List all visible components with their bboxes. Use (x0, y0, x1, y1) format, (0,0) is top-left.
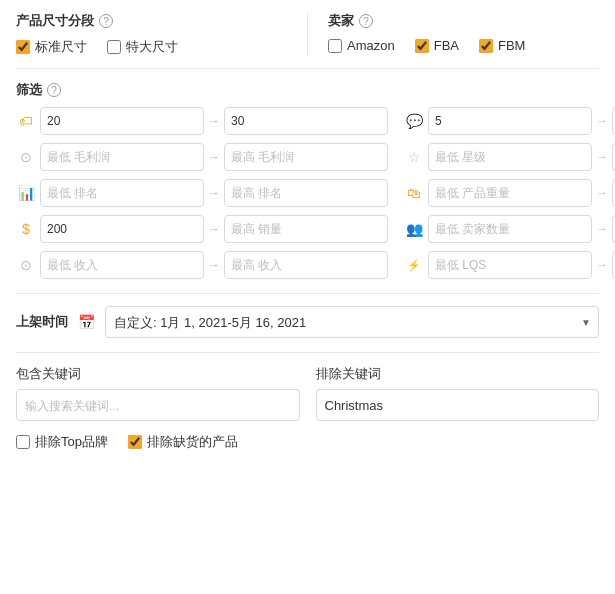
listing-time-row: 上架时间 📅 自定义: 1月 1, 2021-5月 16, 2021 (16, 306, 599, 338)
product-size-options: 标准尺寸 特大尺寸 (16, 38, 287, 56)
exclude-top-brand-checkbox[interactable] (16, 435, 30, 449)
weight-icon: 🛍 (404, 185, 424, 201)
filter-header: 筛选 ? (16, 81, 599, 99)
arrow-revenue: → (208, 258, 220, 272)
sales-min-input[interactable] (40, 215, 204, 243)
fbm-label: FBM (498, 38, 525, 53)
rank-max-input[interactable] (224, 179, 388, 207)
include-keywords-input[interactable] (16, 389, 300, 421)
product-size-title: 产品尺寸分段 (16, 12, 94, 30)
filter-row-sales: $ → (16, 215, 388, 243)
arrow-rank: → (208, 186, 220, 200)
price-min-input[interactable] (40, 107, 204, 135)
fba-label: FBA (434, 38, 459, 53)
sellers-icon: 👥 (404, 221, 424, 237)
profit-icon: ⊙ (16, 149, 36, 165)
profit-min-input[interactable] (40, 143, 204, 171)
keywords-section: 包含关键词 排除关键词 (16, 365, 599, 421)
exclude-keywords-label: 排除关键词 (316, 365, 600, 383)
filter-row-revenue: ⊙ → (16, 251, 388, 279)
filter-row-sellers: 👥 → (404, 215, 615, 243)
revenue-icon: ⊙ (16, 257, 36, 273)
arrow-profit: → (208, 150, 220, 164)
filter-row-weight: 🛍 → (404, 179, 615, 207)
exclude-out-of-stock-option[interactable]: 排除缺货的产品 (128, 433, 238, 451)
exclude-out-of-stock-label: 排除缺货的产品 (147, 433, 238, 451)
exclude-keywords-group: 排除关键词 (316, 365, 600, 421)
amazon-checkbox[interactable] (328, 39, 342, 53)
amazon-option[interactable]: Amazon (328, 38, 395, 53)
standard-size-checkbox[interactable] (16, 40, 30, 54)
price-max-input[interactable] (224, 107, 388, 135)
exclude-top-brand-label: 排除Top品牌 (35, 433, 108, 451)
seller-header: 卖家 ? (328, 12, 599, 30)
fbm-option[interactable]: FBM (479, 38, 525, 53)
filter-row-lqs: ⚡ → (404, 251, 615, 279)
seller-section: 卖家 ? Amazon FBA FBM (307, 12, 599, 56)
include-keywords-label: 包含关键词 (16, 365, 300, 383)
filter-row-profit: ⊙ → (16, 143, 388, 171)
arrow-weight: → (596, 186, 608, 200)
filter-help-icon[interactable]: ? (47, 83, 61, 97)
arrow-lqs: → (596, 258, 608, 272)
divider-1 (16, 68, 599, 69)
standard-size-option[interactable]: 标准尺寸 (16, 38, 87, 56)
seller-help-icon[interactable]: ? (359, 14, 373, 28)
product-size-section: 产品尺寸分段 ? 标准尺寸 特大尺寸 (16, 12, 307, 56)
filter-row-rating: ☆ → (404, 143, 615, 171)
exclude-out-of-stock-checkbox[interactable] (128, 435, 142, 449)
filter-title: 筛选 (16, 81, 42, 99)
listing-time-title: 上架时间 (16, 313, 68, 331)
reviews-min-input[interactable] (428, 107, 592, 135)
standard-size-label: 标准尺寸 (35, 38, 87, 56)
include-keywords-group: 包含关键词 (16, 365, 300, 421)
bottom-options: 排除Top品牌 排除缺货的产品 (16, 433, 599, 451)
filter-row-rank: 📊 → (16, 179, 388, 207)
oversized-label: 特大尺寸 (126, 38, 178, 56)
filter-row-price: 🏷 → (16, 107, 388, 135)
revenue-max-input[interactable] (224, 251, 388, 279)
divider-2 (16, 293, 599, 294)
seller-options: Amazon FBA FBM (328, 38, 599, 53)
sales-max-input[interactable] (224, 215, 388, 243)
arrow-sales: → (208, 222, 220, 236)
arrow-sellers: → (596, 222, 608, 236)
arrow-rating: → (596, 150, 608, 164)
star-icon: ☆ (404, 149, 424, 165)
size-seller-section: 产品尺寸分段 ? 标准尺寸 特大尺寸 卖家 ? Amazon (16, 12, 599, 56)
divider-3 (16, 352, 599, 353)
lqs-min-input[interactable] (428, 251, 592, 279)
profit-max-input[interactable] (224, 143, 388, 171)
listing-time-section: 上架时间 📅 自定义: 1月 1, 2021-5月 16, 2021 (16, 306, 599, 338)
revenue-min-input[interactable] (40, 251, 204, 279)
weight-min-input[interactable] (428, 179, 592, 207)
sellers-min-input[interactable] (428, 215, 592, 243)
amazon-label: Amazon (347, 38, 395, 53)
exclude-keywords-input[interactable] (316, 389, 600, 421)
fba-option[interactable]: FBA (415, 38, 459, 53)
arrow-reviews: → (596, 114, 608, 128)
listing-time-select-wrapper: 自定义: 1月 1, 2021-5月 16, 2021 (105, 306, 599, 338)
filter-grid: 🏷 → 💬 → ⊙ → ☆ → 📊 (16, 107, 599, 279)
dollar-icon: $ (16, 221, 36, 237)
filter-row-reviews: 💬 → (404, 107, 615, 135)
fba-checkbox[interactable] (415, 39, 429, 53)
product-size-help-icon[interactable]: ? (99, 14, 113, 28)
arrow-price: → (208, 114, 220, 128)
rank-min-input[interactable] (40, 179, 204, 207)
fbm-checkbox[interactable] (479, 39, 493, 53)
seller-title: 卖家 (328, 12, 354, 30)
calendar-icon: 📅 (78, 314, 95, 330)
rating-min-input[interactable] (428, 143, 592, 171)
exclude-top-brand-option[interactable]: 排除Top品牌 (16, 433, 108, 451)
chat-icon: 💬 (404, 113, 424, 129)
rank-icon: 📊 (16, 185, 36, 201)
product-size-header: 产品尺寸分段 ? (16, 12, 287, 30)
oversized-checkbox[interactable] (107, 40, 121, 54)
lqs-icon: ⚡ (404, 259, 424, 272)
filter-section: 筛选 ? 🏷 → 💬 → ⊙ → ☆ → (16, 81, 599, 279)
oversized-option[interactable]: 特大尺寸 (107, 38, 178, 56)
listing-time-select[interactable]: 自定义: 1月 1, 2021-5月 16, 2021 (105, 306, 599, 338)
tag-icon: 🏷 (16, 113, 36, 129)
